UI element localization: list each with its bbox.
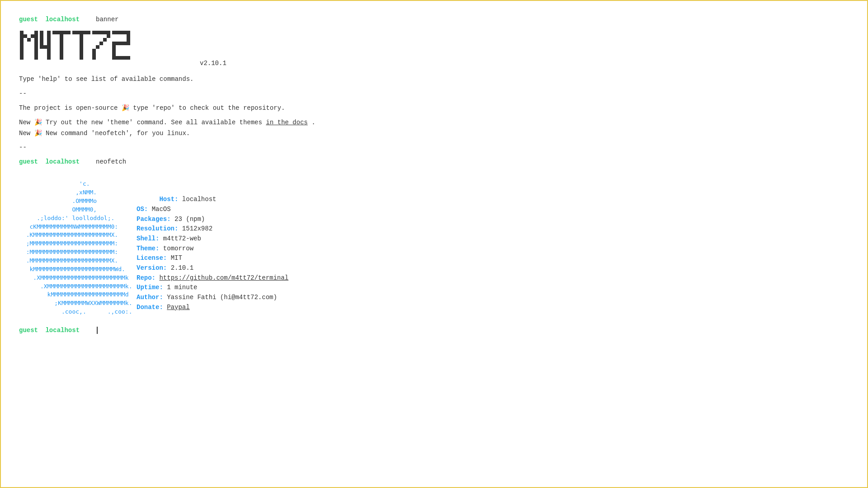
svg-rect-80 [127,42,130,45]
svg-rect-25 [47,31,51,34]
svg-rect-87 [123,56,127,60]
svg-rect-28 [47,42,51,45]
version-val: 2.10.1 [171,264,193,272]
svg-rect-1 [20,34,24,38]
svg-rect-23 [40,45,43,49]
prompt-host-3: localhost [45,327,80,334]
resolution-label: Resolution: [137,225,178,232]
prompt-banner-line: guest localhost banner [19,14,849,24]
svg-rect-11 [34,31,38,34]
svg-rect-79 [123,42,127,45]
banner-command: banner [96,14,118,24]
license-label: License: [137,254,167,262]
svg-rect-81 [112,45,116,49]
svg-rect-2 [20,38,24,42]
svg-rect-60 [103,31,107,34]
svg-rect-77 [116,42,119,45]
svg-rect-78 [119,42,123,45]
svg-rect-64 [99,42,103,45]
svg-rect-83 [112,52,116,56]
svg-rect-43 [60,52,63,56]
svg-rect-30 [47,49,51,52]
svg-rect-65 [96,45,99,49]
svg-rect-41 [60,45,63,49]
license-val: MIT [171,254,182,262]
svg-rect-55 [80,52,83,56]
svg-rect-20 [40,34,43,38]
svg-rect-42 [60,49,63,52]
in-the-docs-link[interactable]: in the docs [266,119,307,126]
shell-label: Shell: [137,235,159,242]
svg-rect-33 [52,31,56,34]
repo-label: Repo: [137,274,156,282]
host-val: localhost [182,196,217,203]
packages-val: 23 (npm) [175,216,205,223]
uptime-val: 1 minute [167,284,197,291]
svg-rect-82 [112,49,116,52]
svg-rect-38 [60,34,63,38]
svg-rect-31 [47,52,51,56]
svg-rect-29 [47,45,51,49]
svg-rect-27 [47,38,51,42]
svg-rect-72 [123,31,127,34]
svg-rect-12 [34,34,38,38]
svg-rect-52 [80,42,83,45]
svg-rect-59 [99,31,103,34]
svg-rect-32 [47,56,51,60]
svg-rect-22 [40,42,43,45]
svg-rect-39 [60,38,63,42]
input-prompt-line[interactable]: guest localhost [19,327,849,334]
svg-rect-67 [92,52,96,56]
new-theme-msg: New 🎉 Try out the new 'theme' command. S… [19,117,849,139]
svg-rect-36 [63,31,67,34]
theme-val: tomorrow [163,245,193,252]
banner-version: v2.10.1 [200,60,226,67]
svg-rect-49 [87,31,90,34]
svg-rect-0 [20,31,24,34]
svg-rect-85 [116,56,119,60]
prompt-space-2 [40,157,43,167]
svg-rect-75 [127,38,130,42]
svg-rect-76 [112,42,116,45]
neofetch-info-panel: Host: localhost OS: MacOS Packages: 23 (… [137,172,288,323]
theme-label: Theme: [137,245,159,252]
version-label: Version: [137,264,167,272]
svg-rect-70 [116,31,119,34]
svg-rect-9 [27,38,31,42]
svg-rect-66 [92,49,96,52]
repo-url-link[interactable]: https://github.com/m4tt72/terminal [159,274,288,282]
donate-link[interactable]: Paypal [167,304,189,311]
svg-rect-62 [107,34,110,38]
separator-1: -- [19,89,849,99]
svg-rect-19 [40,31,43,34]
svg-rect-74 [127,34,130,38]
svg-rect-13 [34,38,38,42]
svg-rect-54 [80,49,83,52]
neofetch-ascii-art: 'c. ,xNMM. .OMMMMo OMMMM0, .;loddo:' loo… [19,172,137,323]
svg-rect-46 [76,31,80,34]
svg-rect-48 [83,31,87,34]
prompt-host: localhost [45,14,80,24]
svg-rect-8 [24,34,27,38]
svg-rect-16 [34,49,38,52]
prompt-user: guest [19,14,38,24]
svg-rect-56 [80,56,83,60]
uptime-label: Uptime: [137,284,163,291]
svg-rect-7 [20,56,24,60]
svg-rect-14 [34,42,38,45]
terminal-container: guest localhost banner [10,10,858,338]
svg-rect-53 [80,45,83,49]
separator-2: -- [19,142,849,153]
svg-rect-34 [56,31,60,34]
svg-rect-21 [40,38,43,42]
svg-rect-84 [112,56,116,60]
svg-rect-63 [103,38,107,42]
svg-rect-10 [31,34,34,38]
svg-rect-51 [80,38,83,42]
prompt-user-2: guest [19,157,38,167]
svg-rect-44 [60,56,63,60]
svg-rect-26 [47,34,51,38]
prompt-host-2: localhost [45,157,80,167]
prompt-neofetch-line: guest localhost neofetch [19,157,849,167]
svg-rect-45 [72,31,76,34]
